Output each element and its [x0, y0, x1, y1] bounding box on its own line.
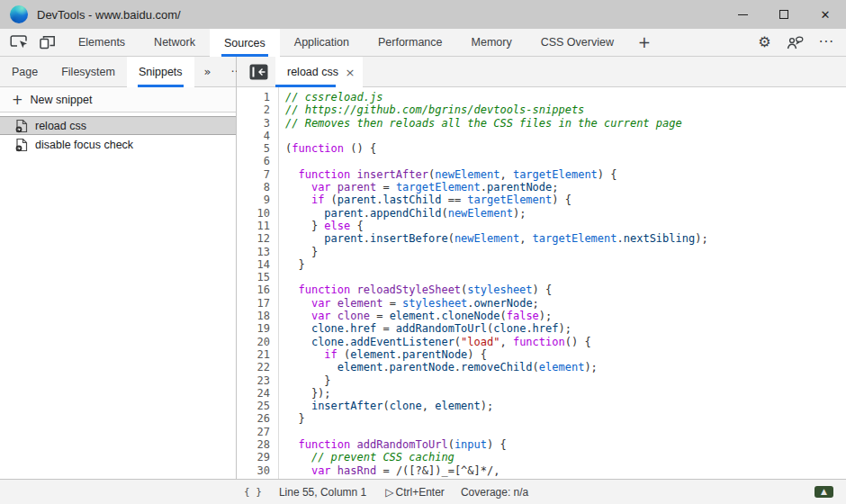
- line-number[interactable]: 24: [237, 387, 270, 400]
- minimize-button[interactable]: [722, 0, 763, 29]
- line-number-gutter[interactable]: 1234567891011121314151617181920212223242…: [237, 87, 279, 479]
- toolbar-tab[interactable]: Performance: [364, 29, 457, 56]
- line-number[interactable]: 2: [237, 104, 270, 116]
- up-arrow-icon: ▲: [821, 488, 827, 496]
- minimize-icon: [738, 14, 748, 15]
- line-number[interactable]: 10: [237, 207, 270, 220]
- feedback-button[interactable]: [787, 36, 804, 50]
- line-number[interactable]: 12: [237, 232, 270, 245]
- new-snippet-label: New snippet: [31, 94, 93, 106]
- coverage-status: Coverage: n/a: [461, 486, 528, 499]
- code-content[interactable]: // cssreload.js// https://github.com/bgr…: [279, 87, 846, 479]
- line-number[interactable]: 26: [237, 412, 270, 425]
- panel-collapse-left-icon: [249, 64, 268, 80]
- drawer-toggle-button[interactable]: ▲: [814, 486, 833, 498]
- line-number[interactable]: 18: [237, 310, 270, 322]
- play-icon: ▷: [385, 486, 393, 499]
- code-line: var hasRnd = /([?&])_=[^&]*/,: [285, 464, 846, 477]
- code-line: function addRandomToUrl(input) {: [285, 438, 846, 451]
- plus-icon: +: [12, 92, 23, 108]
- snippet-list-item[interactable]: reload css: [0, 116, 236, 135]
- close-icon: ×: [346, 66, 356, 79]
- line-number[interactable]: 23: [237, 374, 270, 387]
- editor-tab-reload-css[interactable]: reload css ×: [275, 57, 363, 87]
- line-number[interactable]: 3: [237, 117, 270, 130]
- code-line: [285, 271, 846, 284]
- toolbar-tabs: Elements Network Sources Application Per…: [64, 29, 628, 56]
- line-number[interactable]: 7: [237, 168, 270, 181]
- code-line: }: [285, 374, 846, 387]
- run-snippet-hint: ▷ Ctrl+Enter: [385, 486, 445, 499]
- add-panel-button[interactable]: +: [628, 29, 661, 56]
- line-number[interactable]: 13: [237, 246, 270, 258]
- line-number[interactable]: 9: [237, 194, 270, 206]
- more-tabs-button[interactable]: »: [194, 57, 221, 86]
- line-number[interactable]: 16: [237, 284, 270, 296]
- toolbar-tab[interactable]: Network: [140, 29, 210, 56]
- tab-close-button[interactable]: ×: [343, 65, 357, 79]
- editor-tab-label: reload css: [287, 66, 338, 78]
- code-line: clone.addEventListener("load", function(…: [285, 336, 846, 348]
- code-line: }: [285, 412, 846, 425]
- settings-button[interactable]: ⚙: [758, 35, 770, 50]
- plus-icon: +: [638, 33, 651, 51]
- line-number[interactable]: 8: [237, 181, 270, 194]
- line-number[interactable]: 5: [237, 142, 270, 155]
- code-line: });: [285, 387, 846, 400]
- code-line: }: [285, 246, 846, 258]
- code-line: (function () {: [285, 142, 846, 155]
- line-number[interactable]: 25: [237, 400, 270, 412]
- more-options-button[interactable]: ···: [819, 34, 834, 50]
- code-line: var element = stylesheet.ownerNode;: [285, 297, 846, 310]
- code-line: // cssreload.js: [285, 91, 846, 104]
- snippet-list-item[interactable]: disable focus check: [0, 135, 236, 154]
- inspect-cursor-icon: [10, 35, 29, 50]
- code-line: function reloadStyleSheet(stylesheet) {: [285, 284, 846, 296]
- navigator-pane: Page Filesystem Snippets » ··· + New sni…: [0, 57, 237, 479]
- toolbar-tab[interactable]: CSS Overview: [526, 29, 628, 56]
- code-line: parent.appendChild(newElement);: [285, 207, 846, 220]
- code-editor[interactable]: 1234567891011121314151617181920212223242…: [237, 87, 846, 479]
- toolbar-tab[interactable]: Elements: [64, 29, 140, 56]
- navigator-tab[interactable]: Page: [0, 57, 50, 86]
- maximize-button[interactable]: [763, 0, 805, 29]
- run-shortcut-label: Ctrl+Enter: [396, 486, 445, 499]
- code-line: element.parentNode.removeChild(element);: [285, 361, 846, 374]
- code-line: [285, 130, 846, 142]
- line-number[interactable]: 21: [237, 348, 270, 361]
- navigator-tab[interactable]: Filesystem: [50, 57, 127, 86]
- code-line: function insertAfter(newElement, targetE…: [285, 168, 846, 181]
- snippet-file-icon: [15, 119, 28, 133]
- devtools-toolbar: Elements Network Sources Application Per…: [0, 29, 846, 57]
- new-snippet-button[interactable]: + New snippet: [0, 87, 236, 112]
- toolbar-tab[interactable]: Application: [280, 29, 364, 56]
- format-button[interactable]: { }: [244, 486, 262, 498]
- line-number[interactable]: 14: [237, 258, 270, 271]
- navigator-tab[interactable]: Snippets: [127, 57, 194, 87]
- line-number[interactable]: 27: [237, 426, 270, 438]
- toolbar-tab[interactable]: Memory: [457, 29, 526, 56]
- cursor-position: Line 55, Column 1: [279, 486, 366, 499]
- device-toolbar-button[interactable]: [39, 35, 56, 50]
- line-number[interactable]: 1: [237, 91, 270, 104]
- line-number[interactable]: 22: [237, 361, 270, 374]
- line-number[interactable]: 11: [237, 220, 270, 232]
- line-number[interactable]: 19: [237, 322, 270, 335]
- hide-navigator-button[interactable]: [249, 64, 268, 80]
- line-number[interactable]: 17: [237, 297, 270, 310]
- inspect-element-button[interactable]: [10, 35, 29, 50]
- toolbar-tab[interactable]: Sources: [210, 29, 280, 57]
- window-title: DevTools - www.baidu.com/: [37, 8, 181, 22]
- code-line: parent.insertBefore(newElement, targetEl…: [285, 232, 846, 245]
- line-number[interactable]: 29: [237, 451, 270, 464]
- editor-tab-strip: reload css ×: [237, 57, 846, 87]
- line-number[interactable]: 30: [237, 464, 270, 477]
- line-number[interactable]: 6: [237, 155, 270, 167]
- line-number[interactable]: 4: [237, 130, 270, 142]
- code-line: insertAfter(clone, element);: [285, 400, 846, 412]
- line-number[interactable]: 15: [237, 271, 270, 284]
- line-number[interactable]: 20: [237, 336, 270, 348]
- statusbar: { } Line 55, Column 1 ▷ Ctrl+Enter Cover…: [0, 479, 846, 504]
- line-number[interactable]: 28: [237, 438, 270, 451]
- close-button[interactable]: ✕: [805, 0, 846, 29]
